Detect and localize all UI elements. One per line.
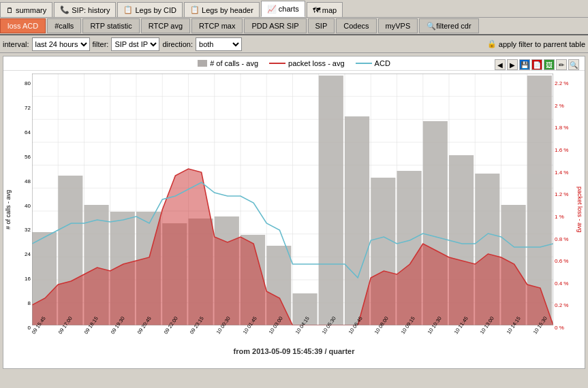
subtab-rtcp-avg[interactable]: RTCP avg	[141, 18, 190, 33]
interval-label: interval:	[3, 40, 29, 48]
controls-bar: interval: last 24 hours last 12 hours la…	[0, 35, 588, 53]
subtab-filtered-cdr[interactable]: 🔍 filtered cdr	[419, 18, 478, 33]
next-button[interactable]: ▶	[507, 59, 518, 70]
filter-label: filter:	[93, 40, 109, 48]
y-left-title: # of calls - avg	[5, 190, 12, 229]
y-right-label-container: packet loss - avg	[575, 74, 585, 346]
charts-icon: 📈	[267, 5, 277, 14]
chart-tools: ◀ ▶ 💾 📄 🖼 ✏ 🔍	[495, 59, 579, 70]
save-png-button[interactable]: 💾	[519, 59, 530, 70]
y-axis-left: 0 8 16 24 32 40 48 56 64 72 80	[13, 74, 32, 346]
svg-rect-44	[345, 116, 369, 325]
tab-map[interactable]: 🗺 map	[307, 2, 343, 17]
subtab-calls[interactable]: #calls	[47, 18, 81, 33]
legend-acd-line	[356, 63, 372, 64]
y-axis-right: 0 % 0.2 % 0.4 % 0.6 % 0.8 % 1 % 1.2 % 1.…	[553, 74, 575, 346]
legend-loss-line	[269, 63, 285, 64]
save-pdf-button[interactable]: 📄	[531, 59, 542, 70]
svg-rect-43	[319, 76, 343, 325]
filter-table-icon: 🔒	[487, 39, 497, 48]
sub-tab-bar: loss ACD #calls RTP statistic RTCP avg R…	[0, 18, 588, 35]
svg-chart-wrapper: 09 15:45 09 17:00 09 18:15 09 19:30 09 2…	[32, 74, 553, 346]
legend-packet-loss: packet loss - avg	[269, 59, 345, 67]
subtab-myvps[interactable]: myVPS	[378, 18, 418, 33]
apply-filter-button[interactable]: 🔒 apply filter to parrent table	[487, 39, 585, 48]
interval-select[interactable]: last 24 hours last 12 hours last 6 hours…	[32, 37, 90, 51]
legs-icon: 📋	[123, 5, 133, 14]
direction-select[interactable]: both inbound outbound	[196, 37, 242, 51]
phone-icon: 📞	[60, 5, 69, 14]
y-left-label-container: # of calls - avg	[3, 74, 13, 346]
chart-container: # of calls - avg packet loss - avg ACD ◀…	[3, 56, 585, 369]
subtab-rtcp-max[interactable]: RTCP max	[191, 18, 243, 33]
header-icon: 📋	[190, 5, 200, 14]
subtab-loss-acd[interactable]: loss ACD	[0, 18, 46, 33]
summary-icon: 🗒	[6, 6, 14, 14]
legend-calls-box	[198, 60, 207, 67]
subtab-sip[interactable]: SIP	[308, 18, 335, 33]
chart-area: # of calls - avg 0 8 16 24 32 40 48 56 6…	[3, 74, 585, 346]
subtab-pdd-asr-sip[interactable]: PDD ASR SIP	[244, 18, 306, 33]
chart-footer: from 2013-05-09 15:45:39 / quarter	[3, 346, 585, 357]
tab-bar: 🗒 summary 📞 SIP: history 📋 Legs by CID 📋…	[0, 0, 588, 18]
subtab-rtp-statistic[interactable]: RTP statistic	[82, 18, 139, 33]
tab-charts[interactable]: 📈 charts	[261, 1, 305, 17]
edit-button[interactable]: ✏	[556, 59, 567, 70]
x-axis-labels: 09 15:45 09 17:00 09 18:15 09 19:30 09 2…	[32, 327, 553, 336]
legend-acd: ACD	[356, 59, 390, 67]
zoom-button[interactable]: 🔍	[568, 59, 579, 70]
tab-summary[interactable]: 🗒 summary	[0, 2, 52, 17]
subtab-codecs[interactable]: Codecs	[336, 18, 376, 33]
tab-sip-history[interactable]: 📞 SIP: history	[54, 2, 116, 17]
prev-button[interactable]: ◀	[495, 59, 506, 70]
save-svg-button[interactable]: 🖼	[544, 59, 555, 70]
filter-icon: 🔍	[427, 22, 436, 31]
chart-legend: # of calls - avg packet loss - avg ACD ◀…	[3, 56, 585, 71]
tab-legs-by-cid[interactable]: 📋 Legs by CID	[117, 2, 183, 17]
direction-label: direction:	[162, 40, 193, 48]
map-icon: 🗺	[313, 6, 320, 14]
y-right-title: packet loss - avg	[576, 187, 583, 233]
legend-calls: # of calls - avg	[198, 59, 258, 67]
chart-svg	[32, 74, 553, 325]
tab-legs-by-header[interactable]: 📋 Legs by header	[184, 2, 260, 17]
filter-select[interactable]: SIP dst IP SIP src IP all	[111, 37, 159, 51]
